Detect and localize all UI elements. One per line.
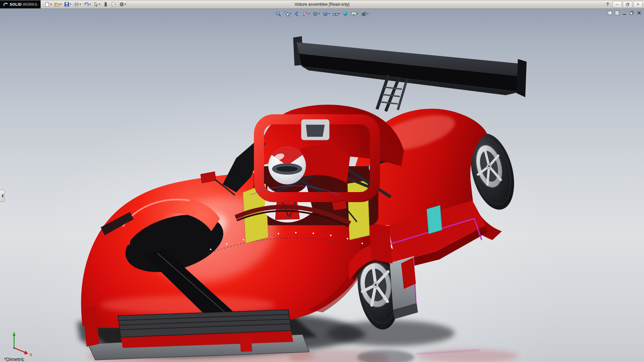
heads-up-view-toolbar: ▾ ▾ ▾ <box>274 10 369 18</box>
save-icon <box>64 2 69 7</box>
ds-logo-icon <box>2 1 9 7</box>
apply-scene-button[interactable]: ▾ <box>350 10 360 18</box>
zoom-to-area-icon <box>284 11 289 17</box>
graphics-viewport[interactable]: X ▾ <box>0 9 644 362</box>
solidworks-window: SOLIDWORKS ▾ ▾ ▾ <box>0 0 644 362</box>
rebuild-button[interactable] <box>102 1 109 8</box>
section-view-icon <box>302 11 308 17</box>
previous-view-button[interactable] <box>293 10 301 18</box>
close-doc-button[interactable] <box>636 10 642 15</box>
file-properties-button[interactable] <box>110 1 117 8</box>
race-car <box>81 36 527 360</box>
dropdown-arrow-icon: ▾ <box>70 3 71 6</box>
viewport-3d-canvas[interactable]: X <box>0 9 644 362</box>
open-button[interactable]: ▾ <box>54 1 62 8</box>
print-button[interactable]: ▾ <box>73 1 82 8</box>
select-button[interactable]: ▾ <box>93 1 101 8</box>
dropdown-arrow-icon: ▾ <box>125 3 126 6</box>
triad-x-label: X <box>30 353 32 357</box>
options-gear-icon <box>119 2 124 7</box>
yellow-panel-right <box>347 180 370 240</box>
undo-button[interactable]: ▾ <box>83 1 91 8</box>
zoom-to-fit-button[interactable] <box>274 10 282 18</box>
dropdown-arrow-icon: ▾ <box>339 12 340 15</box>
teal-side-window <box>427 205 442 234</box>
dropdown-arrow-icon: ▾ <box>328 12 330 15</box>
orientation-triad: X <box>13 332 32 357</box>
save-button[interactable]: ▾ <box>63 1 72 8</box>
undo-icon <box>84 2 89 7</box>
apply-scene-icon <box>351 11 357 17</box>
mirror-housing <box>301 119 329 140</box>
featuremanager-pane-icon <box>607 10 612 15</box>
split-pane-button[interactable] <box>614 10 620 15</box>
dropdown-arrow-icon: ▾ <box>318 12 320 15</box>
window-controls: ? – × <box>604 1 644 8</box>
select-cursor-icon <box>93 2 99 7</box>
dropdown-arrow-icon: ▾ <box>60 3 61 6</box>
logo-text-light: WORKS <box>23 2 38 6</box>
close-button[interactable]: × <box>633 1 643 8</box>
title-bar: SOLIDWORKS ▾ ▾ ▾ <box>0 0 644 9</box>
display-style-button[interactable]: ▾ <box>321 10 331 18</box>
options-button[interactable]: ▾ <box>118 1 127 8</box>
zoom-to-area-button[interactable]: ▾ <box>283 10 292 18</box>
dropdown-arrow-icon: ▾ <box>50 3 52 6</box>
hide-show-items-icon <box>333 11 338 17</box>
dropdown-arrow-icon: ▾ <box>308 12 310 15</box>
rebuild-icon <box>103 2 108 7</box>
edit-appearance-button[interactable] <box>342 10 350 18</box>
split-pane-icon <box>614 10 620 15</box>
open-icon <box>54 2 60 7</box>
restore-doc-icon <box>629 10 634 15</box>
dropdown-arrow-icon: ▾ <box>357 12 359 15</box>
close-doc-icon <box>637 10 642 15</box>
view-orientation-label: *Dimetric <box>4 356 24 362</box>
restore-icon <box>626 3 630 6</box>
hide-show-items-button[interactable]: ▾ <box>332 10 341 18</box>
dropdown-arrow-icon: ▾ <box>89 3 91 6</box>
dropdown-arrow-icon: ▾ <box>290 12 291 15</box>
featuremanager-collapse-tab[interactable] <box>0 190 5 202</box>
collapse-arrow-icon <box>1 192 4 199</box>
restore-doc-button[interactable] <box>629 10 635 15</box>
display-style-icon <box>322 11 328 17</box>
print-icon <box>74 2 79 7</box>
rear-wing-assembly <box>293 36 527 111</box>
previous-view-icon <box>294 11 300 17</box>
minimize-button[interactable]: – <box>612 1 622 8</box>
view-orientation-button[interactable]: ▾ <box>311 10 321 18</box>
file-properties-icon <box>111 2 116 7</box>
help-button[interactable]: ? <box>604 2 611 7</box>
minimize-doc-icon <box>622 10 627 15</box>
minimize-doc-button[interactable] <box>621 10 627 15</box>
logo-text-bold: SOLID <box>10 2 22 6</box>
view-settings-icon <box>361 11 367 17</box>
new-icon <box>45 2 50 7</box>
solidworks-logo: SOLIDWORKS <box>0 0 41 8</box>
view-settings-button[interactable]: ▾ <box>360 10 370 18</box>
standard-toolbar: ▾ ▾ ▾ ▾ <box>44 1 127 8</box>
edit-appearance-icon <box>343 11 348 17</box>
featuremanager-pane-button[interactable] <box>606 10 612 15</box>
zoom-to-fit-icon <box>275 11 281 17</box>
new-button[interactable]: ▾ <box>44 1 52 8</box>
dropdown-arrow-icon: ▾ <box>79 3 81 6</box>
dropdown-arrow-icon: ▾ <box>367 12 369 15</box>
driver-helmet <box>268 147 306 184</box>
view-orientation-icon <box>312 11 318 17</box>
document-window-controls <box>606 10 642 15</box>
dropdown-arrow-icon: ▾ <box>99 3 100 6</box>
section-view-button[interactable]: ▾ <box>301 10 311 18</box>
restore-button[interactable] <box>623 1 632 8</box>
